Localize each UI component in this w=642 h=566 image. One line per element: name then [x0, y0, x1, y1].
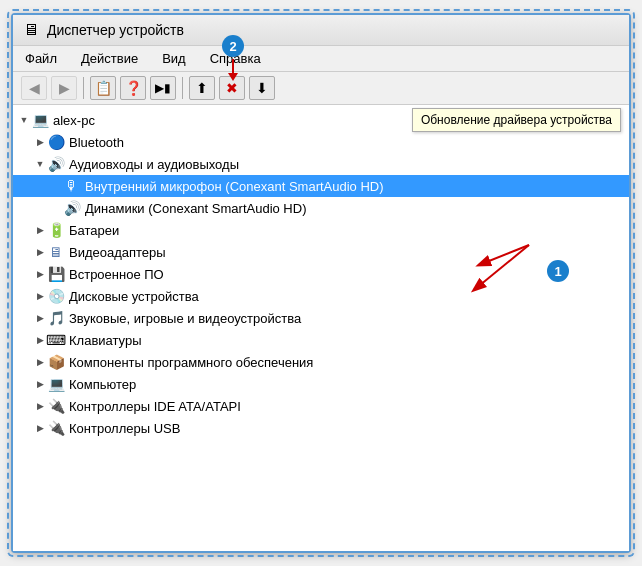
- help-button[interactable]: ❓: [120, 76, 146, 100]
- tree-item-usb[interactable]: ▶ 🔌 Контроллеры USB: [13, 417, 629, 439]
- run-icon: ▶▮: [155, 81, 171, 95]
- speaker-label: Динамики (Conexant SmartAudio HD): [85, 201, 306, 216]
- audio-chevron: ▼: [33, 157, 47, 171]
- ide-icon: 🔌: [47, 397, 65, 415]
- tree-item-computer[interactable]: ▶ 💻 Компьютер: [13, 373, 629, 395]
- usb-chevron: ▶: [33, 421, 47, 435]
- speaker-chevron: [49, 201, 63, 215]
- title-bar: 🖥 Диспетчер устройств: [13, 15, 629, 46]
- properties-button[interactable]: 📋: [90, 76, 116, 100]
- firmware-chevron: ▶: [33, 267, 47, 281]
- disk-icon: 💿: [47, 287, 65, 305]
- menu-action[interactable]: Действие: [77, 49, 142, 68]
- back-button[interactable]: ◀: [21, 76, 47, 100]
- battery-label: Батареи: [69, 223, 119, 238]
- back-icon: ◀: [29, 80, 40, 96]
- mic-label: Внутренний микрофон (Conexant SmartAudio…: [85, 179, 384, 194]
- mic-icon: 🎙: [63, 177, 81, 195]
- toolbar: ◀ ▶ 📋 ❓ ▶▮ ⬆ 2: [13, 72, 629, 105]
- keyboard-icon: ⌨: [47, 331, 65, 349]
- forward-button[interactable]: ▶: [51, 76, 77, 100]
- bluetooth-label: Bluetooth: [69, 135, 124, 150]
- delete-button[interactable]: ✖: [219, 76, 245, 100]
- tree-item-display[interactable]: ▶ 🖥 Видеоадаптеры: [13, 241, 629, 263]
- display-label: Видеоадаптеры: [69, 245, 166, 260]
- tree-item-keyboard[interactable]: ▶ ⌨ Клавиатуры: [13, 329, 629, 351]
- help-icon: ❓: [125, 80, 142, 96]
- root-icon: 💻: [31, 111, 49, 129]
- ide-chevron: ▶: [33, 399, 47, 413]
- properties-icon: 📋: [95, 80, 112, 96]
- menu-view[interactable]: Вид: [158, 49, 190, 68]
- component-label: Компоненты программного обеспечения: [69, 355, 313, 370]
- tree-item-mic[interactable]: 🎙 Внутренний микрофон (Conexant SmartAud…: [13, 175, 629, 197]
- speaker-icon: 🔊: [63, 199, 81, 217]
- battery-icon: 🔋: [47, 221, 65, 239]
- display-icon: 🖥: [47, 243, 65, 261]
- tree-item-battery[interactable]: ▶ 🔋 Батареи: [13, 219, 629, 241]
- mic-chevron: [49, 179, 63, 193]
- tree-item-disk[interactable]: ▶ 💿 Дисковые устройства: [13, 285, 629, 307]
- menu-file[interactable]: Файл: [21, 49, 61, 68]
- computer-label: Компьютер: [69, 377, 136, 392]
- keyboard-chevron: ▶: [33, 333, 47, 347]
- tree-item-speaker[interactable]: 🔊 Динамики (Conexant SmartAudio HD): [13, 197, 629, 219]
- disk-chevron: ▶: [33, 289, 47, 303]
- tree-item-firmware[interactable]: ▶ 💾 Встроенное ПО: [13, 263, 629, 285]
- tree-item-audio[interactable]: ▼ 🔊 Аудиовходы и аудиовыходы: [13, 153, 629, 175]
- bluetooth-icon: 🔵: [47, 133, 65, 151]
- keyboard-label: Клавиатуры: [69, 333, 142, 348]
- audio-label: Аудиовходы и аудиовыходы: [69, 157, 239, 172]
- sound-icon: 🎵: [47, 309, 65, 327]
- menu-bar: Файл Действие Вид Справка: [13, 46, 629, 72]
- update-driver-icon: ⬆: [196, 80, 208, 96]
- root-label: alex-pc: [53, 113, 95, 128]
- computer-chevron: ▶: [33, 377, 47, 391]
- toolbar-tooltip: Обновление драйвера устройства: [412, 108, 621, 132]
- firmware-label: Встроенное ПО: [69, 267, 164, 282]
- forward-icon: ▶: [59, 80, 70, 96]
- device-tree[interactable]: ▼ 💻 alex-pc ▶ 🔵 Bluetooth ▼ 🔊 Аудиовходы…: [13, 105, 629, 551]
- window-icon: 🖥: [23, 21, 39, 39]
- root-chevron: ▼: [17, 113, 31, 127]
- sound-label: Звуковые, игровые и видеоустройства: [69, 311, 301, 326]
- sound-chevron: ▶: [33, 311, 47, 325]
- ide-label: Контроллеры IDE ATA/ATAPI: [69, 399, 241, 414]
- disk-label: Дисковые устройства: [69, 289, 199, 304]
- firmware-icon: 💾: [47, 265, 65, 283]
- tree-item-sound[interactable]: ▶ 🎵 Звуковые, игровые и видеоустройства: [13, 307, 629, 329]
- component-icon: 📦: [47, 353, 65, 371]
- scan-button[interactable]: ⬇: [249, 76, 275, 100]
- menu-help[interactable]: Справка: [206, 49, 265, 68]
- scan-icon: ⬇: [256, 80, 268, 96]
- toolbar-separator-2: [182, 77, 183, 99]
- tree-item-component[interactable]: ▶ 📦 Компоненты программного обеспечения: [13, 351, 629, 373]
- display-chevron: ▶: [33, 245, 47, 259]
- usb-label: Контроллеры USB: [69, 421, 180, 436]
- tree-item-ide[interactable]: ▶ 🔌 Контроллеры IDE ATA/ATAPI: [13, 395, 629, 417]
- component-chevron: ▶: [33, 355, 47, 369]
- audio-icon: 🔊: [47, 155, 65, 173]
- run-button[interactable]: ▶▮: [150, 76, 176, 100]
- device-manager-window: 🖥 Диспетчер устройств Файл Действие Вид …: [11, 13, 631, 553]
- tree-item-bluetooth[interactable]: ▶ 🔵 Bluetooth: [13, 131, 629, 153]
- computer-icon: 💻: [47, 375, 65, 393]
- usb-icon: 🔌: [47, 419, 65, 437]
- update-driver-button[interactable]: ⬆ 2: [189, 76, 215, 100]
- battery-chevron: ▶: [33, 223, 47, 237]
- window-title: Диспетчер устройств: [47, 22, 184, 38]
- bluetooth-chevron: ▶: [33, 135, 47, 149]
- delete-icon: ✖: [226, 80, 238, 96]
- toolbar-separator-1: [83, 77, 84, 99]
